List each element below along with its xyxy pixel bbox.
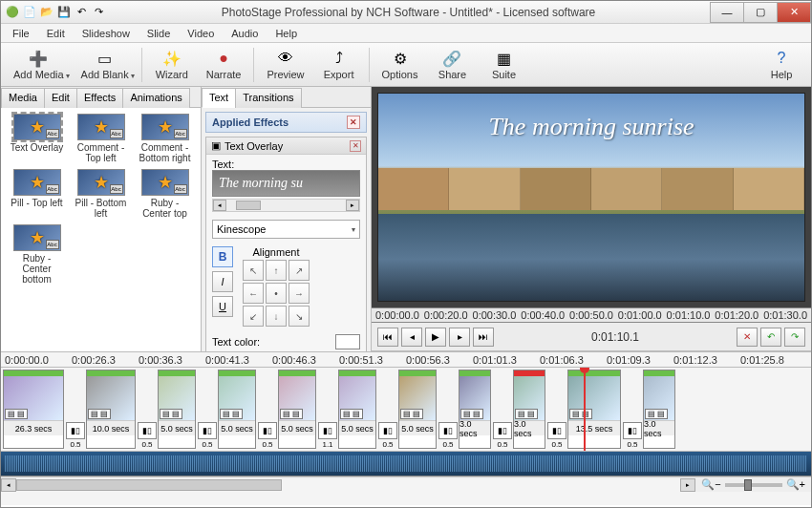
transition[interactable]: ▮▯0.5: [197, 370, 218, 449]
align-bc[interactable]: ↓: [266, 306, 287, 327]
menu-slide[interactable]: Slide: [139, 26, 178, 41]
undo-icon[interactable]: ↶: [74, 5, 89, 20]
tab-effects[interactable]: Effects: [76, 88, 123, 108]
font-dropdown[interactable]: Kinescope ▾: [212, 220, 360, 239]
scroll-thumb[interactable]: [16, 479, 282, 491]
preview-button[interactable]: 👁Preview: [258, 45, 312, 85]
timeline-scrollbar[interactable]: ◂ ▸ 🔍− 🔍+: [1, 476, 811, 492]
redo-icon[interactable]: ↷: [91, 5, 106, 20]
color-swatch[interactable]: [335, 334, 360, 349]
open-icon[interactable]: 📂: [39, 5, 54, 20]
underline-button[interactable]: U: [212, 296, 233, 317]
text-preset[interactable]: ★AbcRuby - Center bottom: [7, 224, 67, 285]
transition[interactable]: ▮▯0.5: [622, 370, 643, 449]
zoom-out-icon[interactable]: 🔍−: [701, 478, 720, 491]
share-button[interactable]: 🔗Share: [426, 45, 478, 85]
tab-text[interactable]: Text: [202, 88, 236, 108]
timeline-clip[interactable]: ▤ ▤26.3 secs: [3, 370, 64, 449]
minimize-button[interactable]: —: [710, 2, 744, 23]
options-button[interactable]: ⚙Options: [374, 45, 427, 85]
scroll-right-button[interactable]: ▸: [680, 478, 695, 492]
zoom-slider[interactable]: [725, 483, 782, 487]
export-button[interactable]: ⤴Export: [313, 45, 365, 85]
timeline-clip[interactable]: ▤ ▤3.0 secs: [459, 370, 491, 449]
transition[interactable]: ▮▯0.5: [546, 370, 567, 449]
timeline-clip[interactable]: ▤ ▤5.0 secs: [218, 370, 256, 449]
text-preset[interactable]: ★AbcRuby - Center top: [135, 169, 195, 219]
text-preview[interactable]: The morning su: [212, 170, 360, 197]
menu-video[interactable]: Video: [180, 26, 222, 41]
transition[interactable]: ▮▯0.5: [377, 370, 398, 449]
align-ml[interactable]: ←: [243, 283, 264, 304]
goto-start-button[interactable]: ⏮: [377, 328, 398, 347]
scroll-left-icon[interactable]: ◂: [213, 200, 226, 211]
audio-track[interactable]: [1, 452, 811, 476]
timeline-clip[interactable]: ▤ ▤3.0 secs: [513, 370, 545, 449]
close-panel-icon[interactable]: ✕: [347, 116, 360, 129]
timeline-ruler[interactable]: 0:00:00.00:00:26.30:00:36.30:00:41.30:00…: [1, 352, 811, 368]
menu-slideshow[interactable]: Slideshow: [75, 26, 138, 41]
text-scroll[interactable]: ◂ ▸: [212, 199, 360, 212]
narrate-button[interactable]: ●Narrate: [198, 45, 250, 85]
redo-transport[interactable]: ↷: [784, 328, 805, 347]
add-blank-button[interactable]: ▭Add Blank▾: [73, 45, 138, 85]
scroll-thumb[interactable]: [236, 201, 261, 210]
transition[interactable]: ▮▯1.1: [317, 370, 338, 449]
zoom-knob[interactable]: [744, 479, 752, 491]
text-preset[interactable]: ★AbcComment - Top left: [71, 114, 131, 163]
add-media-button[interactable]: ➕Add Media▾: [5, 45, 73, 85]
transition[interactable]: ▮▯0.5: [492, 370, 513, 449]
suite-button[interactable]: ▦Suite: [478, 45, 529, 85]
align-tc[interactable]: ↑: [266, 260, 287, 281]
timeline-clip[interactable]: ▤ ▤5.0 secs: [338, 370, 376, 449]
align-tl[interactable]: ↖: [243, 260, 264, 281]
timeline-clip[interactable]: ▤ ▤13.5 secs: [567, 370, 621, 449]
align-br[interactable]: ↘: [288, 306, 310, 327]
tab-edit[interactable]: Edit: [44, 88, 77, 108]
wizard-button[interactable]: ✨Wizard: [146, 45, 198, 85]
text-preset[interactable]: ★AbcPill - Top left: [7, 169, 67, 219]
transition[interactable]: ▮▯0.5: [257, 370, 278, 449]
italic-button[interactable]: I: [212, 271, 233, 292]
menu-file[interactable]: File: [5, 26, 37, 41]
delete-button[interactable]: ✕: [737, 328, 758, 347]
zoom-in-icon[interactable]: 🔍+: [786, 478, 805, 491]
timeline-clip[interactable]: ▤ ▤3.0 secs: [643, 370, 675, 449]
tab-media[interactable]: Media: [1, 88, 45, 108]
align-bl[interactable]: ↙: [243, 306, 264, 327]
timeline-clip[interactable]: ▤ ▤5.0 secs: [158, 370, 196, 449]
remove-effect-icon[interactable]: ✕: [350, 140, 361, 152]
play-button[interactable]: ▶: [425, 328, 446, 347]
save-icon[interactable]: 💾: [56, 5, 72, 20]
align-mr[interactable]: →: [288, 283, 310, 304]
tab-transitions[interactable]: Transitions: [235, 88, 301, 108]
text-preset[interactable]: ★AbcComment - Bottom right: [135, 114, 195, 163]
step-back-button[interactable]: ◂: [401, 328, 422, 347]
preview-viewport[interactable]: The morning sunrise: [377, 93, 805, 302]
maximize-button[interactable]: ▢: [743, 2, 778, 23]
subpanel-header[interactable]: ▣ Text Overlay ✕: [206, 138, 366, 155]
text-preset[interactable]: ★AbcText Overlay: [7, 114, 67, 163]
help-button[interactable]: ?Help: [756, 45, 807, 85]
timeline-clip[interactable]: ▤ ▤5.0 secs: [278, 370, 316, 449]
align-tr[interactable]: ↗: [288, 260, 310, 281]
tab-animations[interactable]: Animations: [122, 88, 189, 108]
step-fwd-button[interactable]: ▸: [449, 328, 470, 347]
timeline-clip[interactable]: ▤ ▤5.0 secs: [398, 370, 437, 449]
new-icon[interactable]: 📄: [22, 5, 37, 20]
menu-help[interactable]: Help: [267, 26, 305, 41]
preview-ruler[interactable]: 0:00:00.00:00:20.00:00:30.00:00:40.00:00…: [372, 307, 811, 323]
close-button[interactable]: ✕: [777, 2, 811, 23]
scroll-left-button[interactable]: ◂: [1, 478, 16, 492]
playhead[interactable]: [584, 368, 586, 451]
menu-audio[interactable]: Audio: [224, 26, 266, 41]
scroll-right-icon[interactable]: ▸: [346, 200, 359, 211]
transition[interactable]: ▮▯0.5: [137, 370, 158, 449]
bold-button[interactable]: B: [212, 246, 233, 267]
align-mc[interactable]: •: [266, 283, 287, 304]
goto-end-button[interactable]: ⏭: [473, 328, 494, 347]
video-track[interactable]: ▤ ▤26.3 secs▮▯0.5▤ ▤10.0 secs▮▯0.5▤ ▤5.0…: [1, 368, 811, 452]
transition[interactable]: ▮▯0.5: [65, 370, 86, 449]
undo-transport[interactable]: ↶: [760, 328, 781, 347]
timeline-clip[interactable]: ▤ ▤10.0 secs: [86, 370, 136, 449]
